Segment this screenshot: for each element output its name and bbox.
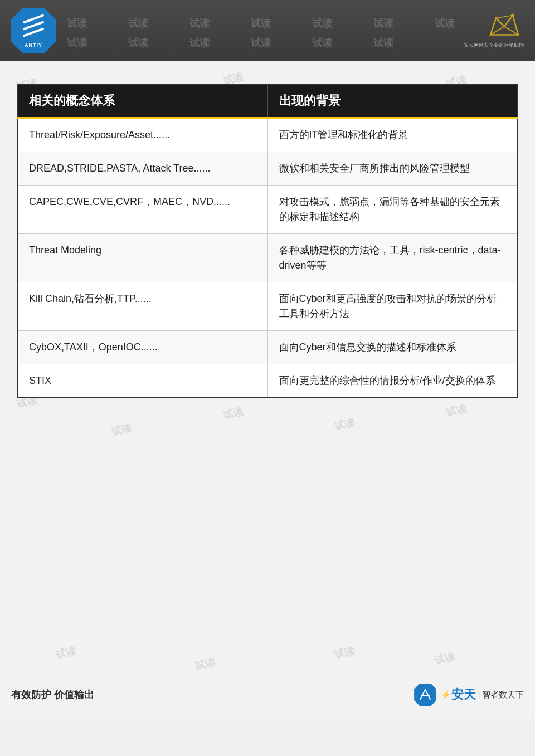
header-watermark-10: 试读 bbox=[189, 36, 210, 50]
header-watermark-8: 试读 bbox=[67, 36, 87, 50]
left-cell-6: STIX bbox=[17, 364, 268, 398]
footer: 有效防护 价值输出 ⚡ 安天 | 智者数天下 bbox=[0, 672, 535, 717]
header-watermark-5: 试读 bbox=[312, 17, 332, 30]
table-row: Threat/Risk/Exposure/Asset......西方的IT管理和… bbox=[17, 118, 518, 152]
right-cell-2: 对攻击模式，脆弱点，漏洞等各种基础的安全元素的标定和描述结构 bbox=[268, 186, 518, 234]
table-row: CAPEC,CWE,CVE,CVRF，MAEC，NVD......对攻击模式，脆… bbox=[17, 186, 518, 234]
header-watermark-7: 试读 bbox=[435, 17, 455, 30]
left-cell-3: Threat Modeling bbox=[17, 234, 268, 282]
svg-line-3 bbox=[420, 690, 425, 699]
logo-label: ANTIY bbox=[25, 42, 42, 48]
footer-divider: | bbox=[478, 691, 480, 698]
table-row: STIX面向更完整的综合性的情报分析/作业/交换的体系 bbox=[17, 364, 518, 398]
body-watermark-7: 试读 bbox=[110, 421, 133, 439]
footer-brand-main: 安天 bbox=[451, 686, 476, 703]
main-content: 试读 试读 试读 试读 试读 试读 试读 试读 试读 试读 试读 试读 试读 试… bbox=[0, 61, 535, 717]
header-watermark-4: 试读 bbox=[251, 17, 271, 30]
header-watermark-12: 试读 bbox=[312, 36, 332, 50]
table-row: DREAD,STRIDE,PASTA, Attack Tree......微软和… bbox=[17, 152, 518, 186]
body-watermark-10: 试读 bbox=[445, 402, 468, 420]
col2-header: 出现的背景 bbox=[268, 84, 518, 118]
header-watermark-13: 试读 bbox=[373, 36, 393, 50]
right-cell-5: 面向Cyber和信息交换的描述和标准体系 bbox=[268, 331, 518, 364]
left-cell-1: DREAD,STRIDE,PASTA, Attack Tree...... bbox=[17, 152, 268, 186]
header-watermark-9: 试读 bbox=[128, 36, 148, 50]
left-cell-0: Threat/Risk/Exposure/Asset...... bbox=[17, 118, 268, 152]
body-watermark-8: 试读 bbox=[222, 404, 245, 422]
footer-logo-svg bbox=[417, 687, 433, 703]
left-cell-4: Kill Chain,钻石分析,TTP...... bbox=[17, 282, 268, 331]
header-brand-icon bbox=[485, 13, 524, 41]
right-cell-1: 微软和相关安全厂商所推出的风险管理模型 bbox=[268, 152, 518, 186]
body-watermark-12: 试读 bbox=[194, 655, 217, 673]
table-row: Kill Chain,钻石分析,TTP......面向Cyber和更高强度的攻击… bbox=[17, 282, 518, 331]
col1-header: 相关的概念体系 bbox=[17, 84, 268, 118]
brand-svg bbox=[485, 13, 524, 41]
right-cell-3: 各种威胁建模的方法论，工具，risk-centric，data-driven等等 bbox=[268, 234, 518, 282]
left-cell-5: CybOX,TAXII，OpenIOC...... bbox=[17, 331, 268, 364]
right-cell-4: 面向Cyber和更高强度的攻击和对抗的场景的分析工具和分析方法 bbox=[268, 282, 518, 331]
footer-brand-subtitle: 智者数天下 bbox=[482, 690, 524, 700]
header-watermark-1: 试读 bbox=[67, 17, 87, 30]
right-cell-6: 面向更完整的综合性的情报分析/作业/交换的体系 bbox=[268, 364, 518, 398]
table-body: Threat/Risk/Exposure/Asset......西方的IT管理和… bbox=[17, 118, 518, 398]
header-watermark-11: 试读 bbox=[251, 36, 271, 50]
concept-table: 相关的概念体系 出现的背景 Threat/Risk/Exposure/Asset… bbox=[17, 84, 518, 398]
body-watermark-11: 试读 bbox=[55, 644, 77, 662]
lightning-icon: ⚡ bbox=[441, 690, 450, 699]
header-right-text: 安天网络安全令训营第四期 bbox=[464, 42, 524, 49]
table-header-row: 相关的概念体系 出现的背景 bbox=[17, 84, 518, 118]
header-right-logo: 安天网络安全令训营第四期 bbox=[464, 13, 524, 49]
antiy-logo: ANTIY bbox=[11, 8, 56, 53]
header-watermark-3: 试读 bbox=[189, 17, 210, 30]
footer-left-text: 有效防护 价值输出 bbox=[11, 688, 94, 701]
body-watermark-13: 试读 bbox=[333, 644, 356, 662]
left-cell-2: CAPEC,CWE,CVE,CVRF，MAEC，NVD...... bbox=[17, 186, 268, 234]
table-row: Threat Modeling各种威胁建模的方法论，工具，risk-centri… bbox=[17, 234, 518, 282]
footer-brand-text-group: ⚡ 安天 | 智者数天下 bbox=[441, 686, 524, 703]
header-watermark-2: 试读 bbox=[128, 17, 148, 30]
body-watermark-9: 试读 bbox=[333, 416, 356, 433]
table-row: CybOX,TAXII，OpenIOC......面向Cyber和信息交换的描述… bbox=[17, 331, 518, 364]
right-cell-0: 西方的IT管理和标准化的背景 bbox=[268, 118, 518, 152]
footer-brand: ⚡ 安天 | 智者数天下 bbox=[414, 684, 524, 706]
svg-line-4 bbox=[425, 690, 430, 699]
body-watermark-14: 试读 bbox=[434, 650, 456, 667]
header-watermark-6: 试读 bbox=[373, 17, 393, 30]
header: 试读 试读 试读 试读 试读 试读 试读 试读 试读 试读 试读 试读 试读 A… bbox=[0, 0, 535, 61]
footer-logo bbox=[414, 684, 436, 706]
